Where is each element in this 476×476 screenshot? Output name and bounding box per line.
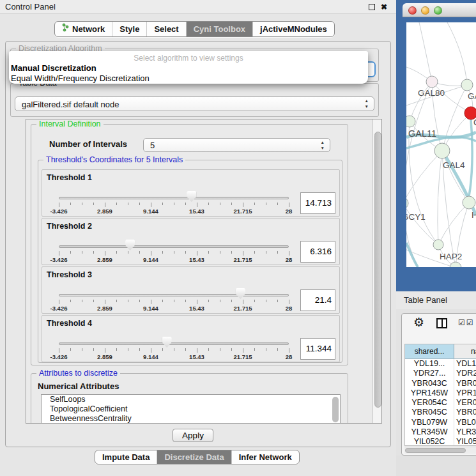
cell-name[interactable]: YBR045C <box>454 408 476 417</box>
dropdown-item-equal-width-frequency[interactable]: Equal Width/Frequency Discretization <box>11 73 150 83</box>
tab-discretize-data[interactable]: Discretize Data <box>157 450 231 464</box>
slider-tick <box>208 348 209 351</box>
apply-button[interactable]: Apply <box>173 429 213 442</box>
list-scrollbar[interactable] <box>332 397 339 422</box>
cell-name[interactable]: YDR27... <box>454 369 476 378</box>
cell-shared-name[interactable]: YBL079W <box>405 418 454 427</box>
cell-name[interactable]: YBR043C <box>454 379 476 388</box>
slider-track[interactable] <box>59 342 289 345</box>
slider-track[interactable] <box>59 197 289 199</box>
cell-shared-name[interactable]: YDL19... <box>405 359 454 369</box>
select-columns-checkboxes-icon[interactable]: ☑☑ <box>458 318 475 327</box>
cell-name[interactable]: YIL052C <box>454 437 476 446</box>
slider-tick <box>151 348 151 353</box>
number-of-intervals-combobox[interactable]: 5 ▲▼ <box>143 138 330 152</box>
cell-shared-name[interactable]: YDR27... <box>405 369 454 378</box>
table-data-combobox[interactable]: galFiltered.sif default node ▲▼ <box>15 96 374 111</box>
tab-style[interactable]: Style <box>112 22 146 36</box>
column-header-name[interactable]: name <box>454 344 476 358</box>
settings-gear-icon[interactable]: ⚙ <box>413 315 424 330</box>
table-row[interactable]: YBR045CYBR045C <box>405 408 476 417</box>
slider-tick <box>116 300 117 302</box>
table-row[interactable]: YBL079WYBL079W <box>405 418 476 427</box>
cell-name[interactable]: YDL19... <box>454 359 476 369</box>
dropdown-item-manual-discretization[interactable]: Manual Discretization <box>11 63 96 73</box>
slider-tick-label: -3.426 <box>50 353 68 360</box>
split-columns-icon[interactable] <box>436 318 447 328</box>
threshold-value-field[interactable]: 14.713 <box>300 192 335 214</box>
threshold-value-field[interactable]: 11.344 <box>300 338 335 360</box>
numerical-attributes-list[interactable]: SelfLoopsTopologicalCoefficientBetweenne… <box>41 394 341 424</box>
slider-thumb[interactable] <box>125 240 135 250</box>
tab-network[interactable]: Network <box>55 22 112 36</box>
tab-jactivemnodules[interactable]: jActiveMNodules <box>252 22 334 36</box>
slider-tick <box>277 203 278 205</box>
panel-vertical-scrollbar[interactable] <box>372 119 382 424</box>
slider-thumb[interactable] <box>162 337 172 348</box>
cell-shared-name[interactable]: YLR345W <box>405 427 454 437</box>
cell-shared-name[interactable]: YPR145W <box>405 388 454 398</box>
close-panel-icon[interactable]: ✖ <box>381 2 387 12</box>
list-item-topologicalcoefficient[interactable]: TopologicalCoefficient <box>42 404 340 414</box>
slider-thumb[interactable] <box>236 288 245 299</box>
tab-infer-network[interactable]: Infer Network <box>231 450 299 464</box>
combobox-value: 5 <box>150 139 155 152</box>
zoom-window-icon[interactable] <box>434 6 442 15</box>
list-item-betweennesscentrality[interactable]: BetweennessCentrality <box>42 414 340 424</box>
float-window-icon[interactable] <box>369 4 375 10</box>
cell-name[interactable]: YER054C <box>454 398 476 408</box>
group-title: Attributes to discretize <box>36 369 120 378</box>
table-horizontal-scrollbar[interactable] <box>404 447 476 454</box>
table-row[interactable]: YBR043CYBR043C <box>405 379 476 388</box>
scrollbar-thumb[interactable] <box>332 397 339 422</box>
table-row[interactable]: YIL052CYIL052C <box>405 437 476 446</box>
scrollbar-thumb[interactable] <box>374 132 381 408</box>
threshold-value-field[interactable]: 6.316 <box>300 241 335 263</box>
table-panel: ⚙ ☑☑ shared... name YDL19...YDL19...YDR2… <box>401 313 476 456</box>
cell-shared-name[interactable]: YBR043C <box>405 379 454 388</box>
minimize-window-icon[interactable] <box>421 6 429 15</box>
table-row[interactable]: YDR27...YDR27... <box>405 369 476 378</box>
table-panel-header: Table Panel <box>396 291 476 309</box>
scrollbar-thumb[interactable] <box>405 448 466 453</box>
column-header-shared-name[interactable]: shared... <box>405 344 454 358</box>
cell-name[interactable]: YPR145W <box>454 388 476 398</box>
cell-shared-name[interactable]: YBR045C <box>405 408 454 417</box>
slider-tick-label: 2.859 <box>97 256 112 263</box>
cell-shared-name[interactable]: YER054C <box>405 398 454 408</box>
slider-tick <box>208 203 209 205</box>
table-row[interactable]: YER054CYER054C <box>405 398 476 408</box>
tab-select[interactable]: Select <box>146 22 185 36</box>
threshold-block: Threshold 1 14.713 -3.4262.8599.14415.43… <box>42 169 340 217</box>
slider-tick <box>277 300 278 302</box>
list-item-selfloops[interactable]: SelfLoops <box>42 395 340 404</box>
slider-tick <box>220 203 220 205</box>
slider-thumb[interactable] <box>187 191 196 202</box>
slider-tick <box>185 348 186 351</box>
cell-shared-name[interactable]: YIL052C <box>405 437 454 446</box>
cell-name[interactable]: YBL079W <box>454 418 476 427</box>
slider-tick <box>231 300 232 302</box>
close-window-icon[interactable] <box>408 6 417 15</box>
table-row[interactable]: YDL19...YDL19... <box>405 359 476 369</box>
tab-label: Infer Network <box>239 450 292 464</box>
slider-tick <box>185 300 186 302</box>
slider-tick <box>82 348 82 351</box>
slider-tick <box>116 348 117 351</box>
network-icon <box>62 22 69 36</box>
tab-cyni-toolbox[interactable]: Cyni Toolbox <box>186 22 252 36</box>
table-row[interactable]: YLR345WYLR345W <box>405 427 476 437</box>
table-panel-title: Table Panel <box>404 291 447 309</box>
tab-label: Impute Data <box>102 450 150 464</box>
slider-track[interactable] <box>59 245 289 248</box>
tab-impute-data[interactable]: Impute Data <box>95 450 157 464</box>
network-canvas[interactable]: GAL80GALCGAL11GAL4GCY1HHAP2 <box>406 22 476 267</box>
slider-tick <box>231 348 232 351</box>
slider-tick <box>277 348 278 351</box>
slider-track[interactable] <box>59 294 289 296</box>
table-row[interactable]: YPR145WYPR145W <box>405 388 476 398</box>
panel-footer-space <box>396 456 476 476</box>
cell-name[interactable]: YLR345W <box>454 427 476 437</box>
slider-tick-label: 15.43 <box>189 208 204 215</box>
threshold-value-field[interactable]: 21.4 <box>300 289 335 311</box>
